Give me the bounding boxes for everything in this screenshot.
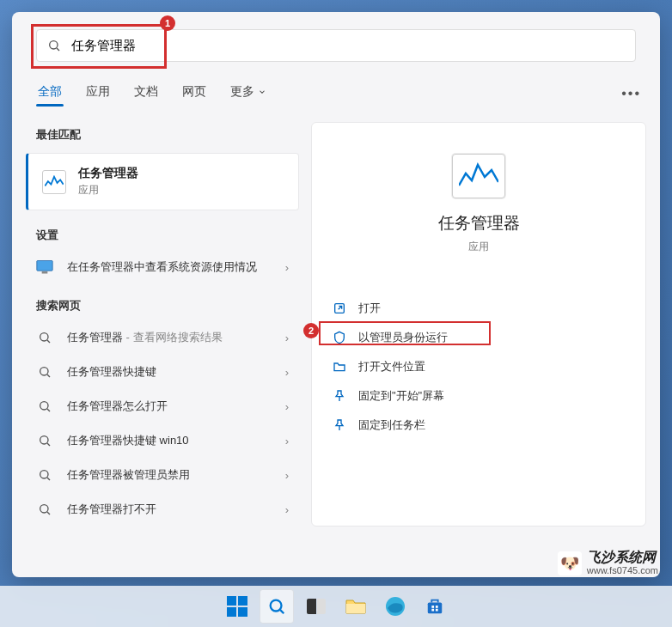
watermark-title: 飞沙系统网 [587, 551, 658, 564]
start-search-panel: 1 全部 应用 文档 网页 更多 ••• 最佳匹配 任务管理器 应用 设置 [12, 12, 660, 577]
search-icon [36, 398, 53, 415]
chevron-right-icon: › [285, 261, 289, 274]
web-result-text: 任务管理器 - 查看网络搜索结果 [67, 330, 285, 345]
web-result[interactable]: 任务管理器快捷键 › [26, 355, 299, 389]
chevron-right-icon: › [285, 332, 289, 344]
svg-rect-19 [346, 604, 365, 613]
search-icon [267, 597, 286, 616]
search-input[interactable] [71, 39, 625, 53]
svg-line-7 [47, 374, 50, 377]
action-label: 以管理员身份运行 [358, 330, 448, 345]
search-tabs: 全部 应用 文档 网页 更多 ••• [26, 62, 646, 113]
chevron-down-icon [258, 88, 266, 96]
settings-result[interactable]: 在任务管理器中查看系统资源使用情况 › [26, 250, 299, 284]
action-label: 固定到任务栏 [358, 417, 425, 433]
best-match-subtitle: 应用 [78, 183, 138, 198]
tab-documents[interactable]: 文档 [132, 79, 160, 105]
preview-actions: 打开以管理员身份运行打开文件位置固定到"开始"屏幕固定到任务栏 2 [312, 294, 645, 440]
edge-button[interactable] [378, 589, 412, 624]
web-result[interactable]: 任务管理器 - 查看网络搜索结果 › [26, 320, 299, 355]
results-column: 最佳匹配 任务管理器 应用 设置 在任务管理器中查看系统资源使用情况 › 搜索网… [26, 122, 299, 527]
web-result[interactable]: 任务管理器快捷键 win10 › [26, 423, 299, 458]
svg-rect-22 [431, 606, 434, 608]
web-result-text: 任务管理器怎么打开 [67, 399, 285, 414]
svg-point-10 [40, 436, 48, 444]
taskbar-search-button[interactable] [260, 589, 294, 624]
web-result-text: 任务管理器快捷键 win10 [67, 433, 285, 448]
svg-point-14 [40, 505, 48, 513]
task-view-icon [307, 599, 326, 614]
svg-line-5 [47, 340, 50, 343]
search-icon [36, 329, 53, 346]
annotation-marker-1: 1 [160, 15, 175, 31]
svg-rect-2 [37, 261, 52, 271]
svg-line-15 [47, 512, 50, 514]
start-button[interactable] [220, 589, 254, 624]
chevron-right-icon: › [285, 366, 289, 379]
chevron-right-icon: › [285, 400, 289, 413]
best-match-label: 最佳匹配 [26, 122, 299, 149]
preview-pane: 任务管理器 应用 打开以管理员身份运行打开文件位置固定到"开始"屏幕固定到任务栏… [311, 122, 646, 527]
preview-action[interactable]: 固定到任务栏 [322, 411, 635, 440]
svg-point-17 [271, 600, 282, 612]
svg-point-8 [40, 402, 48, 410]
file-explorer-button[interactable] [339, 589, 373, 624]
svg-point-12 [40, 471, 48, 478]
edge-icon [385, 596, 406, 617]
search-icon [36, 432, 53, 449]
pin-icon [333, 389, 346, 403]
svg-point-0 [50, 41, 58, 49]
open-icon [333, 301, 346, 315]
svg-point-6 [40, 368, 48, 375]
watermark-url: www.fs0745.com [587, 566, 658, 575]
search-web-label: 搜索网页 [26, 293, 299, 320]
store-button[interactable] [418, 589, 452, 624]
svg-rect-24 [431, 609, 434, 612]
chevron-right-icon: › [285, 469, 289, 482]
preview-action[interactable]: 打开文件位置 [322, 352, 635, 381]
svg-line-13 [47, 478, 50, 480]
task-manager-icon [42, 170, 66, 194]
web-result-text: 任务管理器快捷键 [67, 364, 285, 380]
preview-app-icon [452, 154, 505, 198]
monitor-icon [36, 259, 53, 276]
shield-icon [333, 331, 346, 344]
svg-rect-21 [428, 602, 443, 613]
action-label: 打开 [358, 301, 381, 316]
search-icon [47, 39, 61, 52]
taskbar [0, 586, 672, 627]
search-icon [36, 501, 53, 518]
tab-web[interactable]: 网页 [180, 79, 208, 105]
settings-result-text: 在任务管理器中查看系统资源使用情况 [67, 259, 285, 275]
preview-action[interactable]: 以管理员身份运行 [322, 323, 635, 352]
watermark-logo: 🐶 [558, 551, 582, 575]
chevron-right-icon: › [285, 435, 289, 447]
svg-line-1 [57, 48, 59, 51]
tab-more[interactable]: 更多 [229, 79, 268, 105]
tab-all[interactable]: 全部 [36, 79, 64, 105]
folder-icon [333, 360, 346, 374]
svg-rect-25 [436, 609, 438, 612]
search-box[interactable] [36, 29, 636, 62]
preview-title: 任务管理器 [312, 212, 645, 234]
action-label: 固定到"开始"屏幕 [358, 388, 444, 404]
action-label: 打开文件位置 [358, 359, 425, 374]
preview-action[interactable]: 打开 [322, 294, 635, 323]
annotation-marker-2: 2 [303, 323, 319, 338]
settings-label: 设置 [26, 222, 299, 250]
best-match-result[interactable]: 任务管理器 应用 [26, 153, 299, 210]
svg-line-18 [280, 610, 284, 613]
chevron-right-icon: › [285, 503, 289, 516]
tab-apps[interactable]: 应用 [84, 79, 112, 105]
windows-logo-icon [227, 596, 247, 617]
web-result[interactable]: 任务管理器怎么打开 › [26, 389, 299, 423]
svg-rect-23 [436, 606, 438, 608]
web-result-text: 任务管理器打不开 [67, 502, 285, 517]
task-view-button[interactable] [299, 589, 333, 624]
folder-icon [345, 598, 366, 615]
web-result[interactable]: 任务管理器被管理员禁用 › [26, 458, 299, 492]
preview-action[interactable]: 固定到"开始"屏幕 [322, 381, 635, 411]
more-options-button[interactable]: ••• [616, 81, 646, 107]
svg-rect-3 [42, 271, 48, 274]
web-result[interactable]: 任务管理器打不开 › [26, 492, 299, 527]
